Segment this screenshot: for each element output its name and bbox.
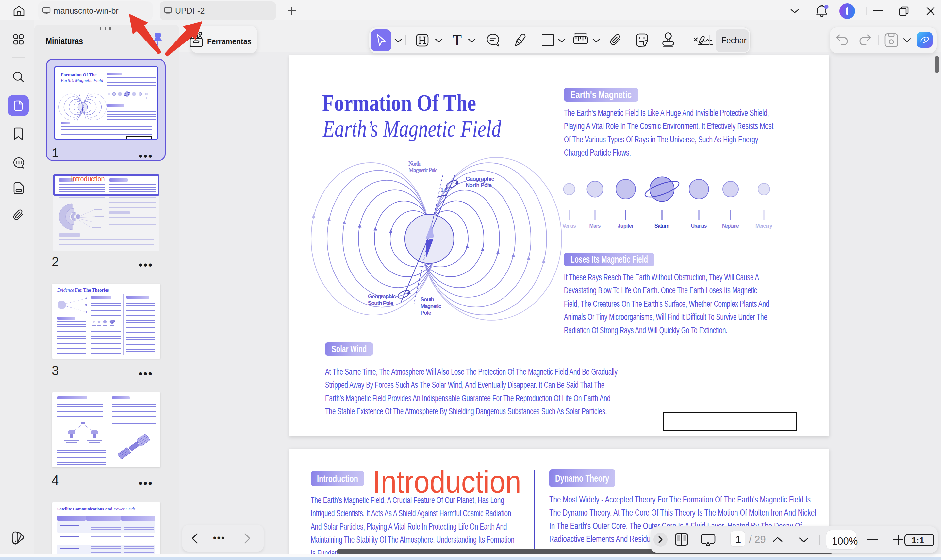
svg-text:Neptune: Neptune — [722, 223, 739, 229]
svg-text:Uranus: Uranus — [691, 223, 707, 229]
svg-text:Mars: Mars — [589, 223, 601, 229]
svg-text:Geographic: Geographic — [368, 293, 396, 300]
svg-text:North Pole: North Pole — [466, 182, 492, 188]
svg-text:Mercury: Mercury — [755, 223, 772, 229]
svg-text:North: North — [408, 160, 421, 167]
svg-text:Magnetic Pole: Magnetic Pole — [408, 167, 438, 174]
svg-text:Venus: Venus — [562, 223, 576, 229]
svg-text:South Pole: South Pole — [368, 300, 394, 306]
svg-text:T: T — [452, 33, 462, 48]
svg-text:Geographic: Geographic — [466, 176, 494, 182]
svg-text:1.5: 1.5 — [440, 187, 447, 194]
svg-text:Magnetic: Magnetic — [421, 303, 441, 309]
svg-text:South: South — [421, 296, 434, 303]
svg-text:Pole: Pole — [421, 310, 431, 316]
svg-text:Saturn: Saturn — [655, 223, 669, 229]
svg-text:Jupiter: Jupiter — [618, 223, 634, 229]
